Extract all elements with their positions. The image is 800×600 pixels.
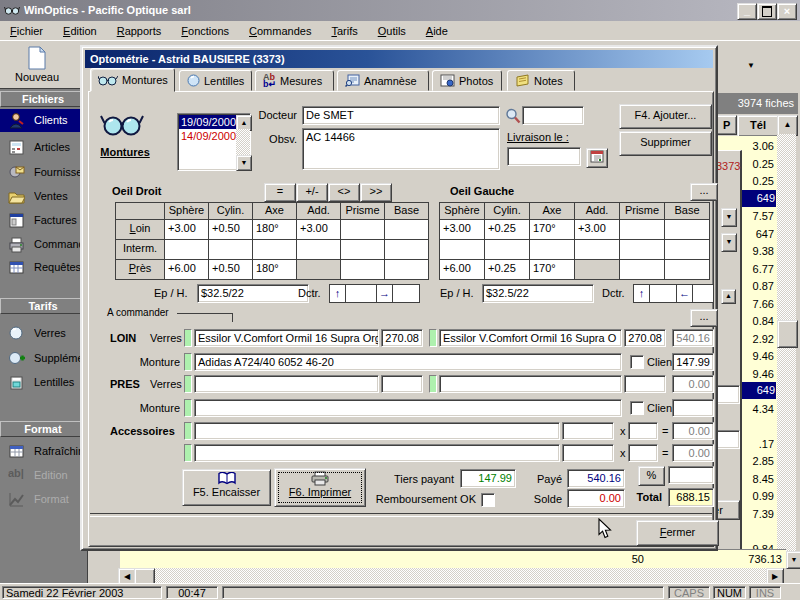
loin-verre-og-field[interactable]: Essilor V.Comfort Ormil 16 Supra O bbox=[439, 329, 622, 347]
sidebar-item-format[interactable]: Format bbox=[0, 489, 87, 511]
imprimer-button[interactable]: F6. Imprimer bbox=[274, 468, 366, 507]
pres-verre-og-field[interactable] bbox=[439, 375, 622, 393]
accessoire-1-qty[interactable] bbox=[628, 422, 658, 440]
vertical-scrollbar[interactable] bbox=[777, 134, 796, 566]
livraison-field[interactable] bbox=[507, 147, 581, 166]
paye-field[interactable]: 540.16 bbox=[567, 469, 625, 488]
prescription-transpose-button[interactable]: <> bbox=[328, 183, 360, 202]
percent-button[interactable]: % bbox=[638, 466, 665, 486]
sidebar-item-fournisseurs[interactable]: Fournisseurs bbox=[0, 162, 87, 184]
od-interm-base[interactable] bbox=[385, 240, 428, 259]
od-interm-add[interactable] bbox=[297, 240, 340, 259]
pres-monture-price[interactable] bbox=[672, 399, 714, 417]
accessoire-1-price[interactable] bbox=[562, 422, 614, 440]
menu-fonctions[interactable]: Fonctions bbox=[171, 25, 239, 37]
remboursement-checkbox[interactable] bbox=[481, 493, 495, 507]
toolbar-dropdown-icon[interactable]: ▼ bbox=[744, 59, 758, 73]
tab-photos[interactable]: Photos bbox=[432, 70, 502, 91]
og-dctr-h-field[interactable] bbox=[693, 285, 713, 302]
prescription-plusminus-button[interactable]: +/- bbox=[296, 183, 328, 202]
od-loin-sphere[interactable]: +3.00 bbox=[165, 220, 208, 239]
fiche-combo-dropdown-icon[interactable]: ▼ bbox=[721, 208, 737, 227]
prescription-more-button[interactable]: ... bbox=[690, 183, 718, 201]
table-bottom-row[interactable]: 50 736.13 bbox=[120, 549, 786, 568]
od-loin-base[interactable] bbox=[385, 220, 428, 239]
fermer-button[interactable]: Fermer bbox=[636, 520, 719, 546]
od-interm-sphere[interactable] bbox=[165, 240, 208, 259]
od-pres-cylin[interactable]: +0.50 bbox=[209, 260, 252, 279]
tab-anamnese[interactable]: Anamnèse bbox=[337, 70, 429, 91]
date-scroll-down-icon[interactable]: ▼ bbox=[236, 155, 252, 171]
pres-client-checkbox[interactable] bbox=[630, 401, 644, 415]
vertical-scrollbar-thumb[interactable] bbox=[777, 320, 798, 348]
og-dctr-v-field[interactable] bbox=[650, 285, 676, 302]
loin-client-checkbox[interactable] bbox=[630, 355, 644, 369]
loin-monture-field[interactable]: Adidas A724/40 6052 46-20 bbox=[194, 353, 622, 371]
nouveau-button[interactable]: Nouveau bbox=[4, 44, 70, 86]
tab-montures[interactable]: Montures bbox=[90, 68, 175, 92]
calendar-button[interactable] bbox=[586, 148, 608, 168]
accessoire-2-field[interactable] bbox=[194, 444, 560, 462]
og-pres-cylin[interactable]: +0.25 bbox=[485, 260, 529, 279]
menu-commandes[interactable]: Commandes bbox=[239, 25, 321, 37]
docteur-extra-field[interactable] bbox=[522, 106, 584, 125]
sidebar-item-edition[interactable]: ab| Edition bbox=[0, 465, 87, 487]
pres-monture-field[interactable] bbox=[194, 399, 622, 417]
accessoire-2-qty[interactable] bbox=[628, 444, 658, 462]
accessoire-2-price[interactable] bbox=[562, 444, 614, 462]
od-loin-add[interactable]: +3.00 bbox=[297, 220, 340, 239]
accessoire-1-field[interactable] bbox=[194, 422, 560, 440]
og-loin-prisme[interactable] bbox=[620, 220, 664, 239]
sidebar-item-commandes[interactable]: Commandes bbox=[0, 234, 87, 256]
encaisser-button[interactable]: F5. Encaisser bbox=[182, 469, 271, 506]
og-interm-prisme[interactable] bbox=[620, 240, 664, 259]
loin-verre-og-price[interactable]: 270.08 bbox=[624, 329, 666, 347]
prescription-copy-button[interactable]: >> bbox=[360, 183, 392, 202]
ajouter-button[interactable]: F4. Ajouter... bbox=[619, 104, 712, 129]
og-interm-axe[interactable] bbox=[530, 240, 574, 259]
sidebar-header-fichiers[interactable]: Fichiers bbox=[0, 91, 86, 107]
od-pres-axe[interactable]: 180° bbox=[253, 260, 296, 279]
od-interm-prisme[interactable] bbox=[341, 240, 384, 259]
close-button[interactable]: × bbox=[777, 3, 797, 20]
sidebar-item-requetes[interactable]: Requêtes bbox=[0, 257, 87, 279]
tab-notes[interactable]: Notes bbox=[507, 70, 575, 91]
od-dctr-strip[interactable]: ↑ → bbox=[329, 284, 420, 303]
og-pres-axe[interactable]: 170° bbox=[530, 260, 574, 279]
prescription-equal-button[interactable]: = bbox=[264, 183, 296, 202]
od-dctr-v-field[interactable] bbox=[346, 285, 376, 302]
og-pres-sphere[interactable]: +6.00 bbox=[440, 260, 484, 279]
sidebar-header-tarifs[interactable]: Tarifs bbox=[0, 298, 86, 314]
od-pres-base[interactable] bbox=[385, 260, 428, 279]
supprimer-button[interactable]: Supprimer bbox=[619, 131, 712, 156]
docteur-field[interactable]: De SMET bbox=[302, 106, 500, 125]
oeil-droit-table[interactable]: Sphère Cylin. Axe Add. Prisme Base Loin … bbox=[115, 202, 429, 280]
horizontal-scrollbar[interactable] bbox=[118, 568, 784, 584]
sidebar-item-supplements[interactable]: Suppléments bbox=[0, 348, 87, 370]
menu-fichier[interactable]: Fichier bbox=[0, 25, 53, 37]
od-interm-cylin[interactable] bbox=[209, 240, 252, 259]
od-ep-field[interactable]: $32.5/22 bbox=[197, 284, 309, 303]
obsv-field[interactable]: AC 14466 bbox=[302, 128, 500, 170]
og-dctr-strip[interactable]: ↑ ← bbox=[633, 284, 714, 303]
sidebar-header-format[interactable]: Format bbox=[0, 421, 86, 437]
fiche-scroll-up-icon[interactable]: ▲ bbox=[721, 289, 736, 304]
og-loin-sphere[interactable]: +3.00 bbox=[440, 220, 484, 239]
og-loin-base[interactable] bbox=[665, 220, 709, 239]
sidebar-item-articles[interactable]: Articles bbox=[0, 137, 87, 159]
menu-tarifs[interactable]: Tarifs bbox=[321, 25, 367, 37]
od-loin-cylin[interactable]: +0.50 bbox=[209, 220, 252, 239]
bottom-combo-dropdown-icon[interactable]: ▼ bbox=[786, 551, 800, 569]
loin-verre-od-field[interactable]: Essilor V.Comfort Ormil 16 Supra Org bbox=[194, 329, 379, 347]
percent-field[interactable] bbox=[668, 466, 714, 484]
sidebar-item-rafraichir[interactable]: Rafraîchir bbox=[0, 441, 87, 463]
og-pres-base[interactable] bbox=[665, 260, 709, 279]
pres-verre-od-field[interactable] bbox=[194, 375, 379, 393]
loin-monture-price[interactable]: 147.99 bbox=[672, 353, 714, 371]
oeil-gauche-table[interactable]: Sphère Cylin. Axe Add. Prisme Base +3.00… bbox=[439, 202, 710, 280]
menu-aide[interactable]: Aide bbox=[416, 25, 458, 37]
table-selected-row[interactable]: 649 bbox=[737, 382, 776, 399]
sidebar-item-verres[interactable]: Verres bbox=[0, 323, 87, 345]
pres-verre-od-price[interactable] bbox=[381, 375, 423, 393]
tab-lentilles[interactable]: Lentilles bbox=[179, 70, 252, 91]
